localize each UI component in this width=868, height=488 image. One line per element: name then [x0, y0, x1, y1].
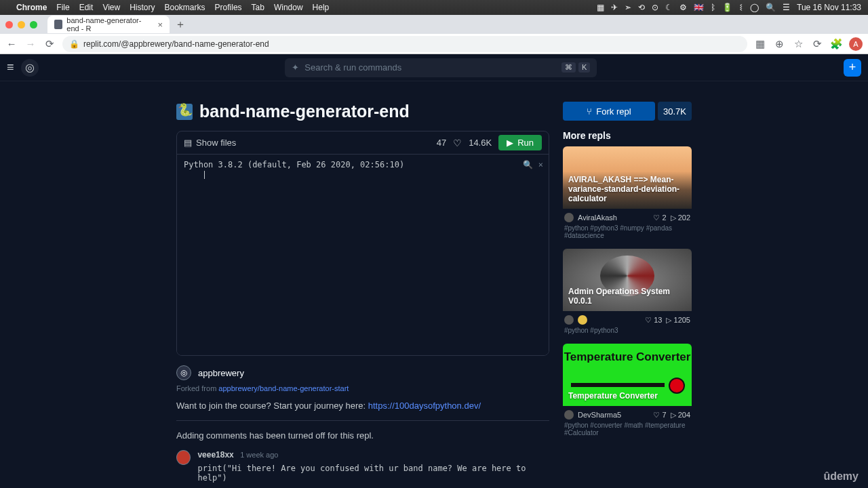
- close-tab-icon[interactable]: ×: [157, 20, 163, 30]
- fork-icon: ⑂: [587, 106, 592, 117]
- comment-item: veee18xx 1 week ago print("Hi there! Are…: [176, 450, 549, 483]
- battery-icon[interactable]: 🔋: [722, 3, 732, 12]
- card-runs: ▷ 204: [671, 411, 690, 420]
- macos-menubar: Chrome File Edit View History Bookmarks …: [0, 0, 868, 15]
- like-button[interactable]: ♡: [453, 138, 462, 148]
- search-icon[interactable]: 🔍: [766, 3, 776, 12]
- extension-icon[interactable]: ▦: [754, 38, 766, 50]
- back-button[interactable]: ←: [5, 38, 18, 49]
- description-text: Want to join the course? Start your jour…: [176, 401, 368, 411]
- menu-file[interactable]: File: [56, 3, 69, 12]
- window-close[interactable]: [5, 21, 13, 28]
- card-tags: #python #python3 #numpy #pandas #datasci…: [563, 222, 692, 239]
- command-search[interactable]: ✦ Search & run commands ⌘ K: [285, 58, 597, 77]
- card-runs: ▷ 1205: [666, 316, 690, 325]
- extension-icon[interactable]: ⟳: [811, 38, 823, 50]
- comment-username[interactable]: veee18xx: [197, 450, 233, 460]
- fork-label: Fork repl: [596, 106, 631, 117]
- console-line: Python 3.8.2 (default, Feb 26 2020, 02:5…: [184, 160, 404, 169]
- extension-icon[interactable]: ⊕: [773, 38, 785, 50]
- menu-history[interactable]: History: [130, 3, 155, 12]
- show-files-label: Show files: [196, 138, 236, 148]
- menu-tab[interactable]: Tab: [252, 3, 264, 12]
- card-likes: ♡ 2: [653, 214, 666, 222]
- control-center-icon[interactable]: ☰: [783, 3, 790, 12]
- browser-tab[interactable]: band-name-generator-end - R ×: [47, 16, 170, 33]
- menubar-icon[interactable]: ✈: [611, 3, 618, 12]
- repl-thumbnail: Temperature Converter Temperature Conver…: [563, 344, 692, 406]
- fork-repl-button[interactable]: ⑂ Fork repl: [563, 102, 655, 121]
- create-button[interactable]: +: [844, 59, 861, 77]
- menu-help[interactable]: Help: [313, 3, 330, 12]
- card-likes: ♡ 13: [645, 316, 662, 325]
- wifi-icon[interactable]: ⧙: [739, 3, 743, 12]
- hamburger-menu[interactable]: ≡: [7, 60, 14, 75]
- menubar-icon[interactable]: ☾: [665, 3, 673, 12]
- menubar-icon[interactable]: ⚙: [679, 3, 687, 12]
- editor-card: ▤ Show files 47 ♡ 14.6K ▶ Run 🔍 ×: [176, 131, 549, 356]
- menu-profiles[interactable]: Profiles: [215, 3, 242, 12]
- clock[interactable]: Tue 16 Nov 11:33: [797, 3, 861, 12]
- menu-window[interactable]: Window: [274, 3, 303, 12]
- card-avatar: [564, 410, 574, 420]
- card-avatar: [578, 315, 587, 325]
- menu-view[interactable]: View: [102, 3, 120, 12]
- app-menu[interactable]: Chrome: [16, 3, 47, 12]
- repl-card[interactable]: Admin Operations System V0.0.1 ♡ 13 ▷ 12…: [563, 249, 692, 334]
- profile-avatar[interactable]: A: [849, 37, 863, 51]
- star-icon[interactable]: ☆: [792, 38, 804, 50]
- chrome-tab-strip: band-name-generator-end - R × ＋: [0, 15, 868, 34]
- user-icon[interactable]: ◯: [750, 3, 759, 12]
- sparkle-icon: ✦: [292, 62, 299, 73]
- card-author: AviralAkash: [578, 214, 617, 222]
- menu-bookmarks[interactable]: Bookmarks: [165, 3, 205, 12]
- replit-header: ≡ ◎ ✦ Search & run commands ⌘ K +: [0, 54, 868, 81]
- run-label: Run: [517, 138, 534, 148]
- repl-card[interactable]: AVIRAL_AKASH ==> Mean-variance-standard-…: [563, 146, 692, 239]
- menubar-icon[interactable]: ⟲: [638, 3, 645, 12]
- menubar-icon[interactable]: ➣: [625, 3, 631, 12]
- comment-count[interactable]: 47: [437, 138, 446, 148]
- run-button[interactable]: ▶ Run: [498, 135, 542, 150]
- thumb-art: [669, 378, 685, 394]
- lock-icon: 🔒: [69, 39, 79, 49]
- show-files-button[interactable]: ▤ Show files: [184, 138, 236, 148]
- menubar-icon[interactable]: ▦: [597, 3, 604, 12]
- commenter-avatar[interactable]: [176, 450, 191, 465]
- console-clear-icon[interactable]: ×: [538, 160, 543, 169]
- python-icon: [176, 104, 193, 120]
- repl-thumbnail: AVIRAL_AKASH ==> Mean-variance-standard-…: [563, 146, 692, 209]
- repl-title: band-name-generator-end: [199, 102, 410, 121]
- watermark: ûdemy: [823, 470, 859, 483]
- like-count: 14.6K: [469, 138, 492, 148]
- kbd-k: K: [578, 62, 590, 73]
- bluetooth-icon[interactable]: ᛒ: [711, 3, 715, 12]
- replit-logo[interactable]: ◎: [21, 59, 39, 77]
- author-name[interactable]: appbrewery: [198, 368, 244, 378]
- window-minimize[interactable]: [18, 21, 25, 28]
- console-output[interactable]: 🔍 × Python 3.8.2 (default, Feb 26 2020, …: [177, 155, 549, 355]
- divider: [176, 420, 549, 421]
- forward-button[interactable]: →: [24, 38, 37, 49]
- menu-edit[interactable]: Edit: [79, 3, 94, 12]
- extensions-icon[interactable]: 🧩: [830, 38, 842, 50]
- comment-time: 1 week ago: [240, 451, 278, 459]
- repl-card[interactable]: Temperature Converter Temperature Conver…: [563, 344, 692, 436]
- forked-from-link[interactable]: appbrewery/band-name-generator-start: [218, 384, 349, 392]
- new-tab-button[interactable]: ＋: [175, 18, 186, 32]
- address-bar[interactable]: 🔒 replit.com/@appbrewery/band-name-gener…: [62, 36, 747, 52]
- menubar-icon[interactable]: ⊙: [652, 3, 658, 12]
- repl-card-title: AVIRAL_AKASH ==> Mean-variance-standard-…: [563, 169, 692, 209]
- flag-icon[interactable]: 🇬🇧: [694, 3, 704, 12]
- comments-disabled-notice: Adding comments has been turned off for …: [176, 430, 549, 441]
- reload-button[interactable]: ⟳: [43, 38, 56, 50]
- console-search-icon[interactable]: 🔍: [523, 160, 533, 169]
- comment-body: print("Hi there! Are you confused with u…: [197, 464, 549, 483]
- repl-thumbnail: Admin Operations System V0.0.1: [563, 249, 692, 311]
- description-link[interactable]: https://100daysofpython.dev/: [368, 401, 481, 411]
- text-cursor: [204, 171, 205, 179]
- card-avatar: [564, 315, 574, 325]
- window-zoom[interactable]: [30, 21, 37, 28]
- card-tags: #python #python3: [563, 325, 692, 334]
- author-avatar[interactable]: ◎: [176, 365, 191, 380]
